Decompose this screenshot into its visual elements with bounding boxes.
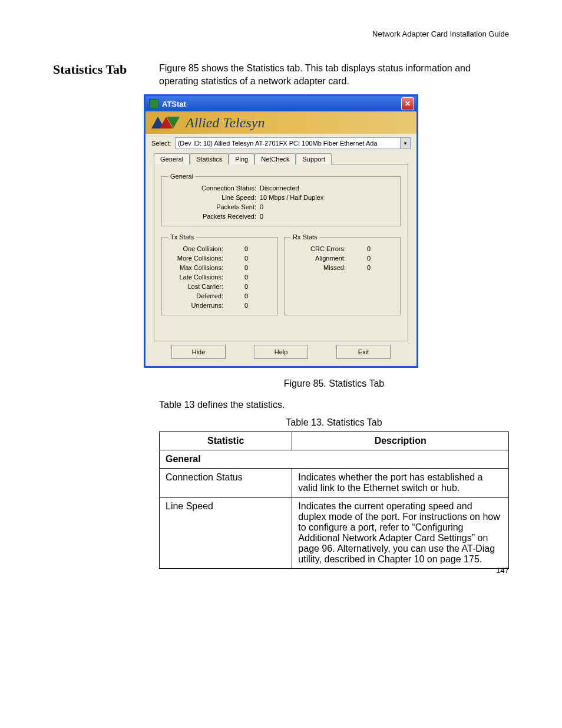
tab-panel-statistics: General Connection Status:Disconnected L… xyxy=(154,164,408,341)
tx-lost-carrier-label: Lost Carrier: xyxy=(168,282,227,291)
hide-button[interactable]: Hide xyxy=(171,345,226,359)
stat-desc: Indicates whether the port has establish… xyxy=(292,469,509,498)
rx-stats-group: Rx Stats CRC Errors:0 Alignment:0 Missed… xyxy=(284,233,401,315)
general-legend: General xyxy=(168,173,196,180)
atstat-window: ATStat ✕ Allied Telesyn Select: (Dev ID:… xyxy=(144,94,418,368)
brand-name: Allied Telesyn xyxy=(186,115,265,131)
conn-status-value: Disconnected xyxy=(260,183,394,193)
tx-one-coll-label: One Collision: xyxy=(168,244,227,253)
rx-missed-label: Missed: xyxy=(290,263,349,272)
tx-deferred-label: Deferred: xyxy=(168,291,227,301)
table-intro: Table 13 defines the statistics. xyxy=(159,400,509,410)
statistics-table: Statistic Description General Connection… xyxy=(159,431,509,569)
tx-one-coll-value: 0 xyxy=(227,244,248,253)
conn-status-label: Connection Status: xyxy=(168,183,260,193)
general-group: General Connection Status:Disconnected L… xyxy=(161,173,401,226)
window-titlebar: ATStat ✕ xyxy=(146,96,416,111)
stat-name: Line Speed xyxy=(160,498,292,569)
tx-underruns-value: 0 xyxy=(227,301,248,310)
table-row: Line Speed Indicates the current operati… xyxy=(160,498,509,569)
brand-bar: Allied Telesyn xyxy=(146,111,416,134)
running-header: Network Adapter Card Installation Guide xyxy=(53,29,509,38)
stat-name: Connection Status xyxy=(160,469,292,498)
rx-crc-label: CRC Errors: xyxy=(290,244,349,253)
close-button[interactable]: ✕ xyxy=(401,97,414,110)
packets-sent-value: 0 xyxy=(260,202,394,212)
window-title: ATStat xyxy=(162,100,186,108)
close-icon: ✕ xyxy=(405,100,411,108)
table-caption: Table 13. Statistics Tab xyxy=(159,417,509,428)
tx-lost-carrier-value: 0 xyxy=(227,282,248,291)
tx-underruns-label: Underruns: xyxy=(168,301,227,310)
tx-late-coll-value: 0 xyxy=(227,272,248,282)
page-number: 147 xyxy=(496,566,509,575)
tab-support[interactable]: Support xyxy=(296,153,332,164)
packets-recv-label: Packets Received: xyxy=(168,212,260,221)
figure-caption: Figure 85. Statistics Tab xyxy=(159,378,509,389)
tx-stats-group: Tx Stats One Collision:0 More Collisions… xyxy=(161,233,278,315)
tx-max-coll-label: Max Collisions: xyxy=(168,263,227,272)
group-general: General xyxy=(160,450,509,469)
brand-logo-icon xyxy=(151,116,180,130)
tab-netcheck[interactable]: NetCheck xyxy=(254,153,296,164)
line-speed-label: Line Speed: xyxy=(168,193,260,202)
exit-button[interactable]: Exit xyxy=(336,345,391,359)
chevron-down-icon: ▼ xyxy=(400,138,410,149)
col-statistic: Statistic xyxy=(160,432,292,450)
intro-paragraph: Figure 85 shows the Statistics tab. This… xyxy=(159,62,509,87)
select-label: Select: xyxy=(151,140,171,147)
packets-sent-label: Packets Sent: xyxy=(168,202,260,212)
stat-desc: Indicates the current operating speed an… xyxy=(292,498,509,569)
tx-more-coll-value: 0 xyxy=(227,253,248,263)
tab-ping[interactable]: Ping xyxy=(229,153,254,164)
table-row: Connection Status Indicates whether the … xyxy=(160,469,509,498)
help-button[interactable]: Help xyxy=(254,345,308,359)
line-speed-value: 10 Mbps / Half Duplex xyxy=(260,193,394,202)
section-heading: Statistics Tab xyxy=(53,62,141,87)
tab-strip: General Statistics Ping NetCheck Support xyxy=(154,153,408,164)
rx-legend: Rx Stats xyxy=(290,233,320,241)
rx-align-value: 0 xyxy=(349,253,371,263)
app-icon xyxy=(149,99,158,108)
adapter-select-value: (Dev ID: 10) Allied Telesyn AT-2701FX PC… xyxy=(176,140,400,147)
tx-late-coll-label: Late Collisions: xyxy=(168,272,227,282)
packets-recv-value: 0 xyxy=(260,212,394,221)
tab-statistics[interactable]: Statistics xyxy=(190,153,229,164)
col-description: Description xyxy=(292,432,509,450)
rx-align-label: Alignment: xyxy=(290,253,349,263)
tab-general[interactable]: General xyxy=(154,153,190,164)
adapter-select[interactable]: (Dev ID: 10) Allied Telesyn AT-2701FX PC… xyxy=(175,137,411,149)
tx-legend: Tx Stats xyxy=(168,233,196,241)
tx-max-coll-value: 0 xyxy=(227,263,248,272)
tx-more-coll-label: More Collisions: xyxy=(168,253,227,263)
rx-missed-value: 0 xyxy=(349,263,371,272)
rx-crc-value: 0 xyxy=(349,244,371,253)
tx-deferred-value: 0 xyxy=(227,291,248,301)
